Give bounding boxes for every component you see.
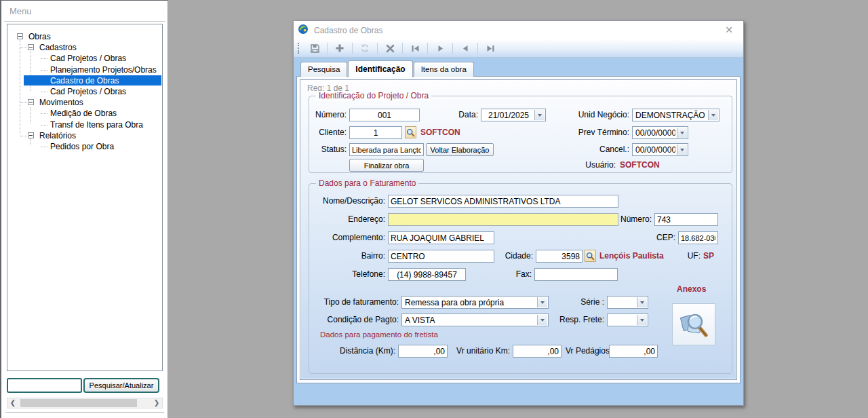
status-label: Status: (309, 143, 347, 156)
vr-unitario-field[interactable] (513, 345, 561, 358)
condicao-pagto-combobox[interactable]: A VISTA (401, 314, 549, 326)
scrollbar-thumb[interactable] (20, 399, 137, 407)
window-title: Cadastro de Obras (314, 26, 382, 35)
toolbar-grip-icon[interactable] (298, 43, 300, 54)
unid-negocio-label: Unid Negócio: (561, 109, 629, 121)
tree-item-label: Movimentos (37, 98, 85, 107)
vr-pedagios-field[interactable] (609, 345, 658, 358)
save-button[interactable] (304, 41, 325, 56)
app-globe-icon (298, 24, 309, 37)
refresh-button[interactable] (355, 41, 375, 56)
chevron-down-icon[interactable] (637, 297, 647, 307)
tree-item-cad-projetos-obras[interactable]: Cad Projetos / Obras (7, 86, 161, 97)
first-record-button[interactable] (405, 41, 425, 56)
collapse-minus-icon[interactable] (28, 132, 34, 138)
data-combobox[interactable]: 21/01/2025 (481, 109, 546, 121)
vr-unitario-label: Vr unitário Km: (452, 345, 510, 358)
group-dados-faturamento: Dados para o Faturamento Nome/Descrição:… (309, 183, 732, 374)
uf-value: SP (703, 250, 714, 263)
bairro-field[interactable] (388, 250, 494, 263)
status-field[interactable] (349, 143, 424, 156)
cliente-search-icon[interactable] (405, 126, 416, 138)
chevron-down-icon[interactable] (677, 145, 687, 155)
collapse-minus-icon[interactable] (17, 33, 23, 39)
cep-field[interactable] (678, 231, 718, 244)
anexos-button[interactable] (672, 303, 715, 345)
chevron-down-icon[interactable] (537, 315, 547, 325)
tab-pesquisa[interactable]: Pesquisa (300, 62, 347, 77)
nome-descricao-field[interactable] (388, 195, 618, 208)
numero-endereco-field[interactable] (654, 213, 718, 226)
tree-item-transf-de-itens-para-obra[interactable]: Transf de Itens para Obra (7, 119, 161, 130)
toolbar (294, 39, 743, 58)
menu-horizontal-scrollbar[interactable]: ❮ ❯ (7, 398, 163, 408)
finalizar-obra-button[interactable]: Finalizar obra (349, 159, 424, 172)
toolbar-separator (327, 43, 328, 54)
serie-combobox[interactable] (607, 296, 648, 309)
numero-field[interactable] (349, 109, 420, 121)
tree-item-medi-o-de-obras[interactable]: Medição de Obras (7, 108, 161, 119)
delete-button[interactable] (380, 41, 400, 56)
cidade-label: Cidade: (500, 250, 533, 263)
chevron-down-icon[interactable] (537, 297, 547, 307)
prev-termino-label: Prev Término: (561, 126, 629, 139)
tree-item-obras[interactable]: Obras (7, 31, 161, 42)
panel-divider (4, 21, 165, 22)
prior-record-button[interactable] (455, 41, 475, 56)
tree-item-cadastros[interactable]: Cadastros (7, 42, 161, 53)
cidade-code-field[interactable] (536, 250, 583, 263)
tipo-faturamento-label: Tipo de faturamento: (309, 296, 399, 309)
nome-descricao-label: Nome/Descrição: (309, 195, 385, 208)
cliente-field[interactable] (349, 126, 402, 139)
collapse-minus-icon[interactable] (28, 99, 34, 105)
scroll-left-icon[interactable]: ❮ (7, 398, 18, 408)
tree-item-label: Medição de Obras (48, 109, 119, 118)
tab-identifica-o[interactable]: Identificação (348, 60, 412, 77)
toolbar-separator (452, 43, 453, 54)
desktop: { "colors": { "desktop_gray": "#a9a9a9",… (0, 0, 868, 418)
tipo-faturamento-combobox[interactable]: Remessa para obra própria (401, 296, 549, 309)
next-record-button[interactable] (430, 41, 450, 56)
fax-field[interactable] (534, 268, 618, 281)
tree-item-label: Cad Projetos / Obras (48, 87, 128, 96)
add-button[interactable] (330, 41, 350, 56)
menu-search-input[interactable] (7, 378, 82, 393)
pesquisar-atualizar-button[interactable]: Pesquisar/Atualizar (83, 378, 159, 393)
tree-item-label: Cadastro de Obras (48, 76, 121, 86)
numero-label: Número: (309, 109, 347, 121)
cidade-name-value: Lençóis Paulista (599, 250, 664, 263)
unid-negocio-combobox[interactable]: DEMONSTRAÇÃO (632, 109, 719, 121)
tree-item-cad-projetos-obras[interactable]: Cad Projetos / Obras (7, 53, 161, 64)
tree-item-cadastro-de-obras[interactable]: Cadastro de Obras (7, 75, 161, 86)
tree-item-movimentos[interactable]: Movimentos (7, 97, 161, 108)
identificacao-tab-page: Reg: 1 de 1 Identificação do Projeto / O… (296, 76, 741, 383)
close-icon[interactable]: ✕ (719, 21, 739, 39)
voltar-elaboracao-button[interactable]: Voltar Elaboração (426, 143, 494, 156)
chevron-down-icon[interactable] (534, 110, 545, 120)
tree-item-label: Cadastros (37, 43, 79, 52)
resp-frete-combobox[interactable] (607, 314, 648, 326)
window-titlebar[interactable]: Cadastro de Obras ✕ (294, 21, 743, 39)
last-record-button[interactable] (480, 41, 500, 56)
complemento-field[interactable] (388, 231, 494, 244)
menu-treeview[interactable]: ObrasCadastrosCad Projetos / ObrasPlanej… (7, 24, 163, 371)
resp-frete-label: Resp. Frete: (557, 314, 604, 326)
cancel-combobox[interactable]: 00/00/0000 (632, 143, 688, 156)
chevron-down-icon[interactable] (637, 315, 647, 325)
cidade-search-icon[interactable] (585, 250, 596, 262)
anexos-label: Anexos (677, 284, 706, 294)
serie-label: Série : (568, 296, 604, 309)
tree-item-planejamento-projetos-obras[interactable]: Planejamento Projetos/Obras (7, 64, 161, 75)
chevron-down-icon[interactable] (708, 110, 718, 120)
chevron-down-icon[interactable] (677, 128, 687, 138)
tab-itens-da-obra[interactable]: Itens da obra (414, 62, 474, 77)
collapse-minus-icon[interactable] (28, 44, 34, 50)
tree-item-relat-rios[interactable]: Relatórios (7, 130, 161, 141)
scroll-right-icon[interactable]: ❯ (151, 398, 162, 408)
tree-item-pedidos-por-obra[interactable]: Pedidos por Obra (7, 141, 161, 152)
menu-panel: Menu ObrasCadastrosCad Projetos / ObrasP… (0, 0, 168, 418)
prev-termino-combobox[interactable]: 00/00/0000 (632, 126, 688, 139)
endereco-field[interactable] (388, 213, 618, 226)
telefone-field[interactable] (388, 268, 466, 281)
distancia-field[interactable] (398, 345, 448, 358)
